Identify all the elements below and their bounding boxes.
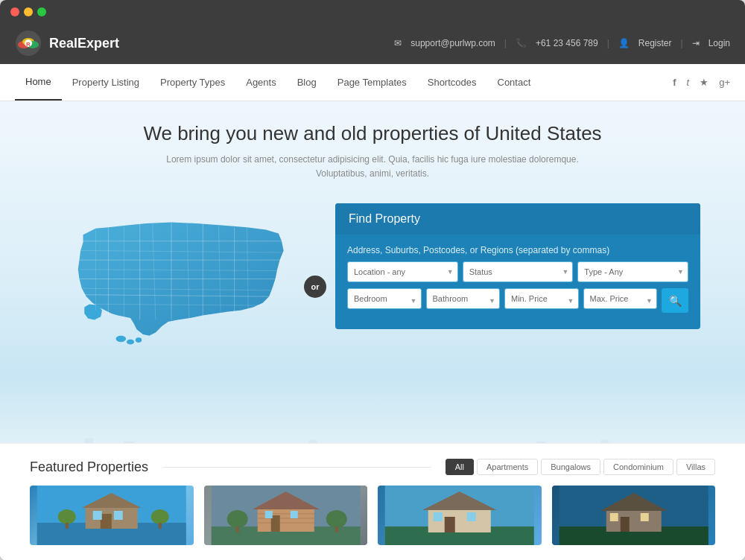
search-button[interactable]: 🔍: [662, 288, 688, 313]
email-link[interactable]: support@purlwp.com: [410, 38, 495, 48]
svg-point-7: [127, 340, 134, 345]
map-search-area: or Find Property Address, Suburbs, Postc…: [0, 188, 745, 385]
svg-rect-109: [609, 513, 618, 521]
register-link[interactable]: Register: [638, 38, 672, 48]
login-icon: ⇥: [692, 38, 700, 48]
nav-item-property-types[interactable]: Property Types: [150, 65, 235, 100]
svg-point-93: [226, 510, 247, 528]
browser-window: R RealExpert ✉ support@purlwp.com | 📞 +6…: [0, 0, 745, 560]
svg-point-81: [151, 509, 169, 524]
location-select[interactable]: Location - any New York Los Angeles Chic…: [347, 261, 458, 282]
search-panel-body: Address, Suburbs, Postcodes, or Regions …: [335, 235, 700, 329]
browser-chrome: [0, 0, 745, 22]
search-icon: 🔍: [669, 295, 682, 307]
hero-title: We bring you new and old properties of U…: [15, 122, 730, 145]
top-bar: R RealExpert ✉ support@purlwp.com | 📞 +6…: [0, 22, 745, 64]
select-row-2: Bedroom 1 2 3 4+ ▼ Bathroom 1: [347, 288, 688, 313]
type-select[interactable]: Type - Any Apartment House Villa: [577, 261, 688, 282]
property-card-3[interactable]: [378, 486, 542, 545]
logo-area: R RealExpert: [15, 30, 119, 57]
nav-item-blog[interactable]: Blog: [287, 65, 327, 100]
svg-point-8: [136, 338, 142, 343]
nav-item-agents[interactable]: Agents: [235, 65, 286, 100]
svg-point-6: [116, 336, 127, 342]
property-card-2[interactable]: [204, 486, 368, 545]
property-card-4-image: [552, 486, 716, 545]
dot-yellow[interactable]: [24, 7, 33, 16]
us-map-svg: [45, 203, 298, 367]
select-row-1: Location - any New York Los Angeles Chic…: [347, 261, 688, 282]
top-right-info: ✉ support@purlwp.com | 📞 +61 23 456 789 …: [394, 38, 730, 48]
logo-icon: R: [15, 30, 42, 57]
type-wrapper: Type - Any Apartment House Villa ▼: [577, 261, 688, 282]
svg-rect-101: [445, 517, 455, 532]
filter-tab-apartments[interactable]: Apartments: [477, 459, 538, 475]
nav-item-shortcodes[interactable]: Shortcodes: [417, 65, 487, 100]
user-icon: 👤: [618, 38, 630, 48]
svg-rect-82: [159, 523, 162, 529]
svg-rect-80: [66, 523, 69, 529]
search-panel: Find Property Address, Suburbs, Postcode…: [335, 203, 700, 329]
svg-rect-91: [264, 511, 272, 518]
svg-rect-76: [101, 514, 112, 529]
featured-divider: [163, 467, 431, 468]
nav-item-property-listing[interactable]: Property Listing: [62, 65, 150, 100]
separator-3: |: [681, 38, 683, 48]
min-price-select[interactable]: Min. Price $100,000 $200,000 $300,000: [504, 288, 579, 309]
status-select[interactable]: Status For Sale For Rent: [463, 261, 574, 282]
svg-rect-108: [620, 517, 629, 532]
status-wrapper: Status For Sale For Rent ▼: [463, 261, 574, 282]
bedroom-select[interactable]: Bedroom 1 2 3 4+: [347, 288, 422, 309]
nav-bar: Home Property Listing Property Types Age…: [0, 64, 745, 101]
hero-section: We bring you new and old properties of U…: [0, 101, 745, 188]
dot-red[interactable]: [10, 7, 19, 16]
or-badge: or: [304, 276, 326, 298]
svg-rect-77: [93, 511, 102, 520]
svg-rect-96: [335, 526, 337, 532]
svg-rect-103: [467, 512, 476, 521]
login-link[interactable]: Login: [708, 38, 730, 48]
filter-tab-villas[interactable]: Villas: [676, 459, 715, 475]
rss-icon[interactable]: ★: [700, 77, 708, 88]
filter-tab-bungalows[interactable]: Bungalows: [541, 459, 600, 475]
svg-rect-102: [434, 512, 443, 521]
filter-tab-all[interactable]: All: [446, 459, 474, 475]
twitter-icon[interactable]: t: [687, 77, 690, 88]
max-price-select[interactable]: Max. Price $500,000 $1,000,000 $2,000,00…: [583, 288, 658, 309]
separator-2: |: [607, 38, 609, 48]
property-card-4[interactable]: [552, 486, 716, 545]
main-content: We bring you new and old properties of U…: [0, 101, 745, 560]
bathroom-select[interactable]: Bathroom 1 2 3+: [426, 288, 501, 309]
min-price-wrapper: Min. Price $100,000 $200,000 $300,000 ▼: [504, 288, 579, 313]
phone-number: +61 23 456 789: [536, 38, 598, 48]
bathroom-wrapper: Bathroom 1 2 3+ ▼: [426, 288, 501, 313]
property-card-1-image: [30, 486, 194, 545]
svg-point-95: [326, 510, 346, 528]
logo-text: RealExpert: [49, 36, 119, 51]
svg-rect-92: [290, 511, 297, 518]
svg-rect-78: [114, 511, 123, 520]
dot-green[interactable]: [37, 7, 46, 16]
featured-section: Featured Properties All Apartments Bunga…: [0, 443, 745, 560]
address-label: Address, Suburbs, Postcodes, or Regions …: [347, 245, 688, 255]
search-panel-header: Find Property: [335, 203, 700, 235]
email-icon: ✉: [394, 38, 402, 48]
property-card-3-image: [378, 486, 542, 545]
property-card-1[interactable]: [30, 486, 194, 545]
property-cards: [30, 486, 715, 545]
svg-rect-94: [235, 526, 238, 532]
bedroom-wrapper: Bedroom 1 2 3 4+ ▼: [347, 288, 422, 313]
nav-item-page-templates[interactable]: Page Templates: [327, 65, 417, 100]
nav-item-home[interactable]: Home: [15, 64, 62, 101]
filter-tabs: All Apartments Bungalows Condominium Vil…: [446, 459, 715, 475]
map-container: or: [45, 203, 313, 370]
googleplus-icon[interactable]: g+: [719, 77, 730, 88]
property-card-2-image: [204, 486, 368, 545]
nav-item-contact[interactable]: Contact: [487, 65, 542, 100]
find-property-title: Find Property: [349, 212, 420, 225]
max-price-wrapper: Max. Price $500,000 $1,000,000 $2,000,00…: [583, 288, 658, 313]
featured-title: Featured Properties: [30, 459, 148, 475]
filter-tab-condominium[interactable]: Condominium: [603, 459, 673, 475]
svg-text:R: R: [26, 41, 31, 48]
facebook-icon[interactable]: f: [673, 77, 676, 88]
